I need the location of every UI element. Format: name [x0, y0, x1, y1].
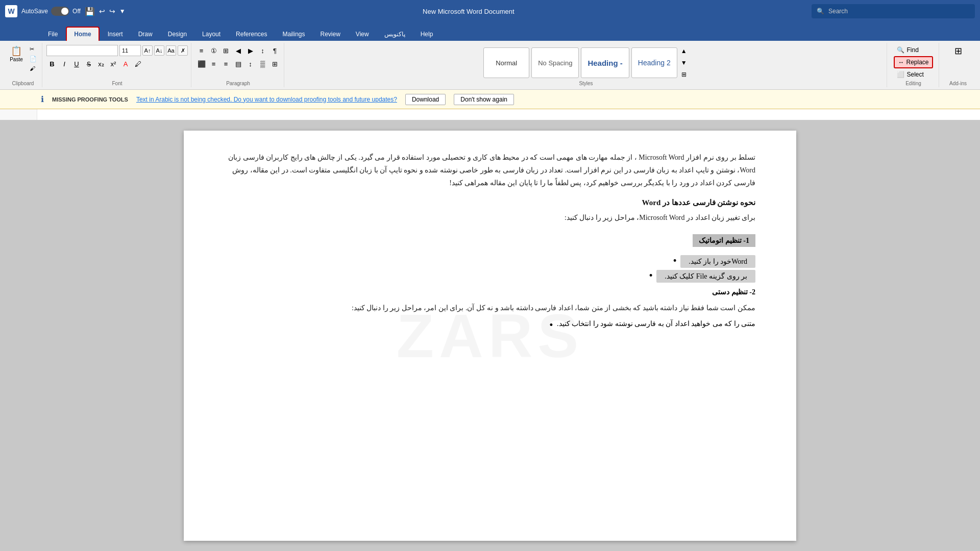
tab-review[interactable]: Review	[313, 28, 348, 41]
select-button[interactable]: ⬜ Select	[894, 69, 926, 80]
clear-format-button[interactable]: ✗	[178, 45, 188, 56]
document-page[interactable]: ZARS تسلط بر روی نرم افزار Microsoft Wor…	[184, 131, 796, 541]
copy-icon: 📄	[30, 56, 37, 62]
paragraph-label: Paragraph	[226, 81, 250, 87]
align-right-button[interactable]: ≡	[220, 58, 232, 69]
autosave-group: AutoSave Off	[21, 7, 81, 16]
decrease-indent-button[interactable]: ◀	[233, 45, 244, 56]
font-format-row: B I U S̶ x₂ x² A 🖊	[46, 58, 143, 69]
title-bar: W AutoSave Off 💾 ↩ ↪ ▼ New Microsoft Wor…	[0, 0, 980, 22]
subheading-1: 1- تنظیم اتوماتیک	[693, 234, 755, 247]
line-spacing-button[interactable]: ↕	[245, 58, 256, 69]
decrease-font-button[interactable]: A↓	[154, 45, 164, 56]
style-heading1[interactable]: Heading -	[581, 47, 629, 78]
increase-indent-button[interactable]: ▶	[245, 45, 256, 56]
numbering-button[interactable]: ①	[208, 45, 219, 56]
para-3: ممکن است شما فقط نیاز داشته باشید که بخش…	[225, 302, 755, 314]
font-name-input[interactable]	[46, 45, 118, 56]
undo-icon[interactable]: ↩	[99, 7, 105, 15]
download-button[interactable]: Download	[405, 94, 446, 105]
bullet-point-3: •	[550, 320, 553, 331]
scroll-down-icon[interactable]: ▼	[681, 59, 687, 66]
document-area: ZARS تسلط بر روی نرم افزار Microsoft Wor…	[0, 120, 980, 551]
bullets-button[interactable]: ≡	[196, 45, 207, 56]
bullet-text-1: Wordخود را باز کنید.	[680, 255, 755, 268]
increase-font-button[interactable]: A↑	[142, 45, 153, 56]
document-content: تسلط بر روی نرم افزار Microsoft Word ، ا…	[225, 151, 755, 331]
save-icon[interactable]: 💾	[85, 7, 95, 16]
expand-styles-icon[interactable]: ⊞	[681, 71, 687, 78]
paragraph-top-row: ≡ ① ⊞ ◀ ▶ ↕ ¶	[196, 45, 281, 56]
autosave-label: AutoSave	[21, 8, 48, 15]
search-placeholder: Search	[828, 8, 848, 15]
dismiss-button[interactable]: Don't show again	[454, 94, 514, 105]
style-heading2[interactable]: Heading 2	[631, 47, 677, 78]
autosave-state: Off	[72, 8, 81, 15]
heading-1: نحوه نوشتن فارسی عددها در Word	[225, 198, 755, 207]
search-bar[interactable]: 🔍 Search	[812, 4, 975, 18]
bullet-point-2: •	[649, 270, 652, 281]
find-label: Find	[906, 46, 918, 54]
subscript-button[interactable]: x₂	[95, 58, 107, 69]
cut-button[interactable]: ✂	[28, 45, 39, 54]
title-bar-right: 🔍 Search	[812, 4, 975, 18]
bullet-point-1: •	[673, 256, 676, 266]
tab-mailings[interactable]: Mailings	[275, 28, 312, 41]
autosave-toggle[interactable]	[51, 7, 69, 16]
style-normal-label: Normal	[496, 59, 517, 67]
style-no-spacing[interactable]: No Spacing	[531, 47, 579, 78]
styles-scroll[interactable]: ▲ ▼ ⊞	[679, 47, 689, 78]
underline-button[interactable]: U	[71, 58, 82, 69]
highlight-button[interactable]: 🖊	[132, 58, 143, 69]
align-center-button[interactable]: ≡	[208, 58, 219, 69]
font-size-input[interactable]	[119, 45, 141, 56]
info-title: MISSING PROOFING TOOLS	[52, 96, 128, 103]
tab-help[interactable]: Help	[413, 28, 440, 41]
format-painter-button[interactable]: 🖌	[28, 64, 39, 72]
italic-button[interactable]: I	[59, 58, 70, 69]
tab-view[interactable]: View	[349, 28, 376, 41]
copy-button[interactable]: 📄	[28, 55, 39, 63]
style-heading1-label: Heading -	[587, 59, 622, 67]
show-marks-button[interactable]: ¶	[270, 45, 281, 56]
find-button[interactable]: 🔍 Find	[894, 45, 921, 55]
font-group: A↑ A↓ Aa ✗ B I U S̶ x₂ x² A 🖊 Font	[43, 43, 191, 87]
strikethrough-button[interactable]: S̶	[83, 58, 94, 69]
replace-icon: ↔	[898, 59, 904, 66]
tab-paknvis[interactable]: پاکنویس	[377, 28, 412, 41]
replace-button[interactable]: ↔ Replace	[894, 56, 933, 68]
find-icon: 🔍	[897, 46, 904, 54]
doc-title: New Microsoft Word Document	[126, 8, 812, 15]
scroll-up-icon[interactable]: ▲	[681, 47, 687, 55]
bullet-text-2: بر روی گزینه File کلیک کنید.	[656, 270, 755, 283]
bold-button[interactable]: B	[46, 58, 58, 69]
select-icon: ⬜	[897, 71, 904, 78]
clipboard-label: Clipboard	[12, 81, 34, 87]
change-case-button[interactable]: Aa	[166, 45, 176, 56]
tab-file[interactable]: File	[41, 28, 65, 41]
customize-icon[interactable]: ▼	[119, 8, 126, 15]
superscript-button[interactable]: x²	[108, 58, 119, 69]
tab-insert[interactable]: Insert	[101, 28, 130, 41]
addins-icon: ⊞	[954, 46, 962, 56]
paste-button[interactable]: 📋 Paste	[7, 45, 26, 64]
ribbon-tabs: File Home Insert Draw Design Layout Refe…	[0, 22, 980, 41]
align-left-button[interactable]: ⬛	[196, 58, 207, 69]
font-label: Font	[112, 81, 122, 87]
tab-home[interactable]: Home	[66, 27, 99, 41]
borders-button[interactable]: ⊞	[270, 58, 281, 69]
tab-layout[interactable]: Layout	[195, 28, 228, 41]
tab-references[interactable]: References	[229, 28, 274, 41]
multilevel-button[interactable]: ⊞	[220, 45, 232, 56]
style-normal[interactable]: Normal	[483, 47, 529, 78]
shading-button[interactable]: ▒	[257, 58, 268, 69]
redo-icon[interactable]: ↪	[109, 7, 115, 15]
font-color-button[interactable]: A	[120, 58, 131, 69]
justify-button[interactable]: ▤	[233, 58, 244, 69]
info-message[interactable]: Text in Arabic is not being checked. Do …	[136, 96, 397, 103]
styles-group: Normal No Spacing Heading - Heading 2 ▲ …	[285, 43, 887, 87]
addins-button[interactable]: ⊞	[949, 45, 967, 57]
tab-draw[interactable]: Draw	[131, 28, 160, 41]
sort-button[interactable]: ↕	[257, 45, 268, 56]
tab-design[interactable]: Design	[161, 28, 194, 41]
